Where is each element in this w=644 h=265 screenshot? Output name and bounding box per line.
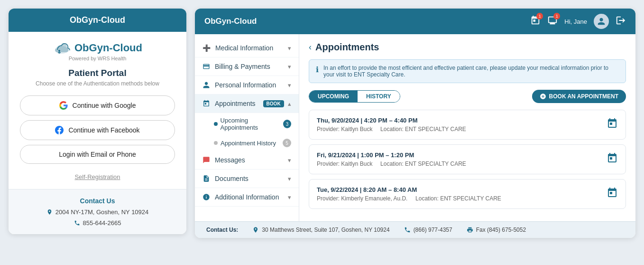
facebook-icon: [55, 126, 64, 134]
address-text: 2004 NY-17M, Goshen, NY 10924: [55, 208, 149, 216]
svg-point-1: [58, 50, 60, 52]
back-arrow[interactable]: ‹: [309, 42, 312, 52]
powered-by: Powered by WRS Health: [69, 56, 127, 61]
logout-icon-wrap[interactable]: [616, 15, 626, 28]
medical-label: Medical Information: [215, 44, 273, 52]
sidebar-item-medical[interactable]: ➕ Medical Information ▾: [195, 39, 299, 57]
footer-address-text: 30 Matthews Street, Suite 107, Goshen, N…: [262, 227, 389, 233]
appt-1-date: Thu, 9/20/2024 | 4:20 PM – 4:40 PM: [317, 117, 466, 124]
billing-chevron: ▾: [288, 63, 291, 70]
appointments-chevron: ▴: [288, 100, 291, 107]
upcoming-label: Upcoming Appointments: [221, 117, 284, 131]
appt-3-calendar-btn[interactable]: [607, 187, 618, 201]
messages-chevron: ▾: [288, 157, 291, 164]
footer-contact-label: Contact Us:: [206, 227, 238, 233]
appt-2-date: Fri, 9/21/2024 | 1:00 PM – 1:20 PM: [317, 151, 466, 159]
history-dot: [214, 141, 218, 145]
left-header: ObGyn-Cloud: [9, 9, 186, 32]
personal-label: Personal Information: [215, 81, 276, 89]
location-icon: [46, 209, 53, 215]
calendar-add-icon: [607, 118, 618, 129]
logout-icon: [616, 15, 626, 26]
footer-address: 30 Matthews Street, Suite 107, Goshen, N…: [252, 227, 389, 233]
appointment-card-1: Thu, 9/20/2024 | 4:20 PM – 4:40 PM Provi…: [309, 110, 626, 140]
info-banner-icon: ℹ: [316, 65, 319, 74]
medical-chevron: ▾: [288, 45, 291, 52]
sidebar-sub-upcoming[interactable]: Upcoming Appointments 3: [195, 113, 299, 135]
calendar-add-icon-3: [607, 187, 618, 199]
monitor-icon-wrap[interactable]: 1: [547, 15, 558, 28]
facebook-auth-button[interactable]: Continue with Facebook: [20, 120, 175, 140]
right-header: ObGyn-Cloud 1 1 Hi, Jane: [195, 9, 635, 34]
book-badge: BOOK: [263, 100, 284, 107]
avatar[interactable]: [594, 14, 609, 29]
main-content: ‹ Appointments ℹ In an effort to provide…: [299, 34, 635, 221]
additional-label: Additional Information: [215, 193, 279, 201]
google-btn-label: Continue with Google: [73, 102, 136, 109]
tab-row: UPCOMING HISTORY BOOK AN APPOINTMENT: [309, 90, 626, 103]
tab-upcoming[interactable]: UPCOMING: [309, 91, 358, 102]
book-appointment-button[interactable]: BOOK AN APPOINTMENT: [532, 90, 626, 103]
left-footer: Contact Us 2004 NY-17M, Goshen, NY 10924…: [9, 189, 186, 234]
sidebar-item-additional[interactable]: Additional Information ▾: [195, 188, 299, 207]
upcoming-dot: [214, 122, 218, 126]
plus-circle-icon: [540, 93, 546, 100]
personal-icon: [202, 81, 210, 89]
page-header: ‹ Appointments: [309, 42, 626, 53]
hi-user-label: Hi, Jane: [564, 18, 587, 25]
cloud-logo-icon: [53, 41, 71, 55]
info-banner-text: In an effort to provide the most efficie…: [323, 65, 619, 78]
billing-icon: [202, 63, 210, 70]
sidebar-item-personal[interactable]: Personal Information ▾: [195, 76, 299, 95]
additional-chevron: ▾: [288, 194, 291, 201]
self-registration-link[interactable]: Self-Registration: [74, 173, 120, 180]
sidebar-item-documents[interactable]: Documents ▾: [195, 170, 299, 188]
appt-2-calendar-btn[interactable]: [607, 152, 618, 167]
google-icon: [59, 101, 68, 110]
sidebar-sub-history[interactable]: Appointment History 5: [195, 135, 299, 151]
phone-icon: [74, 220, 80, 226]
appt-1-calendar-btn[interactable]: [607, 118, 618, 132]
appt-3-date: Tue, 9/22/2024 | 8:20 AM – 8:40 AM: [317, 186, 501, 193]
right-body: ➕ Medical Information ▾ Billing & Paymen…: [195, 34, 635, 221]
sidebar-nav: ➕ Medical Information ▾ Billing & Paymen…: [195, 34, 299, 221]
page-title: Appointments: [315, 42, 379, 53]
history-count: 5: [283, 139, 291, 147]
info-banner: ℹ In an effort to provide the most effic…: [309, 59, 626, 83]
calendar-add-icon-2: [607, 152, 618, 164]
sidebar-item-billing[interactable]: Billing & Payments ▾: [195, 57, 299, 76]
logo-area: ObGyn-Cloud Powered by WRS Health: [53, 41, 142, 61]
additional-icon: [202, 193, 210, 201]
appt-1-provider: Provider: Kaitlyn Buck Location: ENT SPE…: [317, 126, 466, 132]
history-label: Appointment History: [221, 140, 276, 147]
upcoming-count: 3: [283, 120, 291, 128]
calendar-icon-wrap[interactable]: 1: [530, 15, 541, 28]
phone-text: 855-644-2665: [83, 219, 121, 227]
sidebar-item-appointments[interactable]: Appointments BOOK ▴: [195, 95, 299, 113]
portal-subtitle: Choose one of the Authentication methods…: [36, 80, 159, 87]
logo-text: ObGyn-Cloud: [74, 42, 142, 54]
billing-label: Billing & Payments: [215, 63, 270, 70]
portal-title: Patient Portal: [68, 68, 126, 78]
tab-history[interactable]: HISTORY: [358, 91, 400, 102]
address-row: 2004 NY-17M, Goshen, NY 10924: [46, 208, 149, 216]
tabs: UPCOMING HISTORY: [309, 90, 400, 103]
left-body: ObGyn-Cloud Powered by WRS Health Patien…: [9, 32, 186, 189]
medical-icon: ➕: [202, 44, 211, 52]
monitor-badge: 1: [553, 13, 560, 19]
logo: ObGyn-Cloud: [53, 41, 142, 55]
messages-label: Messages: [215, 156, 245, 164]
google-auth-button[interactable]: Continue with Google: [20, 95, 175, 115]
header-actions: 1 1 Hi, Jane: [530, 14, 626, 29]
footer-fax-icon: [467, 227, 473, 233]
email-auth-button[interactable]: Login with Email or Phone: [20, 145, 175, 164]
phone-row: 855-644-2665: [74, 219, 121, 227]
footer-phone: (866) 977-4357: [404, 227, 452, 233]
appointments-icon: [202, 100, 210, 107]
appt-2-provider: Provider: Kaitlyn Buck Location: ENT SPE…: [317, 161, 466, 167]
footer-phone-text: (866) 977-4357: [414, 227, 452, 233]
sidebar-item-messages[interactable]: Messages ▾: [195, 151, 299, 170]
appt-3-provider: Provider: Kimberly Emanuele, Au.D. Locat…: [317, 195, 501, 202]
appointment-card-2: Fri, 9/21/2024 | 1:00 PM – 1:20 PM Provi…: [309, 144, 626, 174]
footer-fax: Fax (845) 675-5052: [467, 227, 526, 233]
